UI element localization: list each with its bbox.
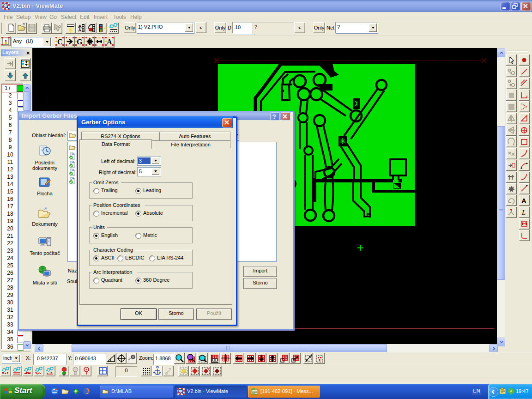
svg-text:G: G (77, 38, 83, 46)
svg-text:A: A (107, 38, 112, 46)
svg-text:?: ? (272, 113, 276, 120)
svg-text:A: A (521, 197, 526, 205)
svg-text:C: C (57, 38, 63, 46)
svg-text:?: ? (58, 24, 61, 30)
svg-text:L: L (521, 209, 526, 216)
